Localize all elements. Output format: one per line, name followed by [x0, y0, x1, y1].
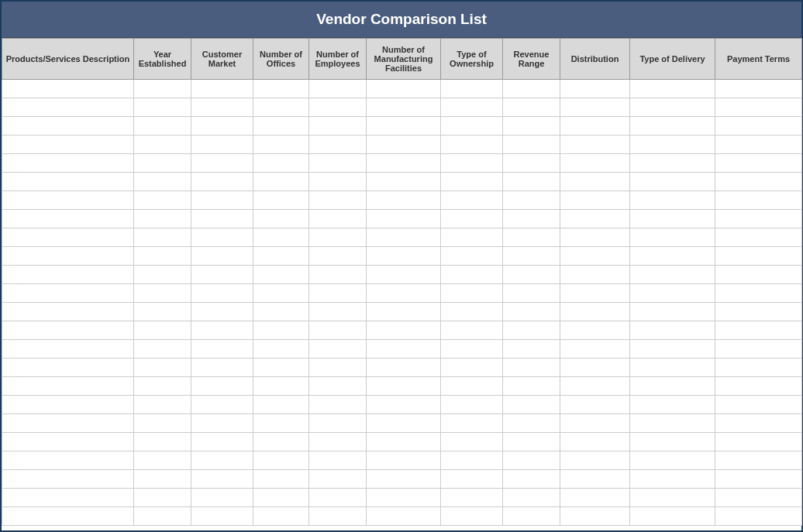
table-cell[interactable] [560, 136, 630, 154]
table-cell[interactable] [253, 470, 309, 489]
table-cell[interactable] [253, 303, 309, 321]
table-cell[interactable] [715, 154, 802, 173]
table-cell[interactable] [441, 489, 503, 507]
table-cell[interactable] [715, 284, 802, 303]
table-cell[interactable] [503, 377, 560, 396]
table-cell[interactable] [715, 136, 802, 154]
table-cell[interactable] [503, 266, 560, 284]
table-cell[interactable] [134, 173, 191, 191]
table-cell[interactable] [630, 451, 715, 470]
table-cell[interactable] [630, 266, 715, 284]
table-cell[interactable] [134, 191, 191, 210]
table-cell[interactable] [441, 117, 503, 136]
table-cell[interactable] [715, 340, 802, 359]
table-cell[interactable] [367, 451, 441, 470]
table-cell[interactable] [715, 321, 802, 340]
table-cell[interactable] [2, 284, 134, 303]
table-cell[interactable] [560, 284, 630, 303]
table-cell[interactable] [715, 377, 802, 396]
table-cell[interactable] [560, 98, 630, 117]
table-cell[interactable] [134, 98, 191, 117]
table-cell[interactable] [503, 284, 560, 303]
table-cell[interactable] [2, 414, 134, 433]
table-cell[interactable] [503, 303, 560, 321]
table-cell[interactable] [2, 117, 134, 136]
table-cell[interactable] [715, 359, 802, 377]
table-cell[interactable] [560, 191, 630, 210]
table-cell[interactable] [441, 80, 503, 98]
table-cell[interactable] [309, 266, 367, 284]
table-cell[interactable] [309, 414, 367, 433]
table-cell[interactable] [309, 507, 367, 526]
table-cell[interactable] [630, 507, 715, 526]
table-cell[interactable] [441, 136, 503, 154]
table-cell[interactable] [309, 98, 367, 117]
table-cell[interactable] [560, 489, 630, 507]
table-cell[interactable] [441, 247, 503, 266]
table-cell[interactable] [309, 191, 367, 210]
table-cell[interactable] [253, 80, 309, 98]
table-cell[interactable] [253, 433, 309, 451]
table-cell[interactable] [253, 451, 309, 470]
table-cell[interactable] [191, 321, 253, 340]
table-cell[interactable] [253, 377, 309, 396]
table-cell[interactable] [441, 359, 503, 377]
table-cell[interactable] [2, 173, 134, 191]
table-cell[interactable] [560, 377, 630, 396]
table-cell[interactable] [503, 470, 560, 489]
table-cell[interactable] [309, 489, 367, 507]
table-cell[interactable] [309, 154, 367, 173]
table-cell[interactable] [253, 414, 309, 433]
table-cell[interactable] [560, 470, 630, 489]
table-cell[interactable] [134, 154, 191, 173]
table-cell[interactable] [503, 340, 560, 359]
table-cell[interactable] [367, 98, 441, 117]
table-cell[interactable] [367, 117, 441, 136]
table-cell[interactable] [630, 98, 715, 117]
table-cell[interactable] [2, 433, 134, 451]
table-cell[interactable] [630, 154, 715, 173]
table-cell[interactable] [253, 321, 309, 340]
table-cell[interactable] [560, 321, 630, 340]
table-cell[interactable] [2, 340, 134, 359]
table-cell[interactable] [191, 173, 253, 191]
table-cell[interactable] [441, 414, 503, 433]
table-cell[interactable] [503, 173, 560, 191]
table-cell[interactable] [253, 173, 309, 191]
table-cell[interactable] [630, 117, 715, 136]
table-cell[interactable] [367, 266, 441, 284]
table-cell[interactable] [134, 80, 191, 98]
table-cell[interactable] [309, 228, 367, 247]
table-cell[interactable] [503, 154, 560, 173]
table-cell[interactable] [191, 451, 253, 470]
table-cell[interactable] [309, 173, 367, 191]
table-cell[interactable] [441, 451, 503, 470]
table-cell[interactable] [367, 377, 441, 396]
table-cell[interactable] [191, 154, 253, 173]
table-cell[interactable] [367, 340, 441, 359]
table-cell[interactable] [367, 321, 441, 340]
table-cell[interactable] [715, 191, 802, 210]
table-cell[interactable] [441, 173, 503, 191]
table-cell[interactable] [134, 451, 191, 470]
table-cell[interactable] [441, 377, 503, 396]
table-cell[interactable] [134, 247, 191, 266]
table-cell[interactable] [191, 470, 253, 489]
table-cell[interactable] [715, 173, 802, 191]
table-cell[interactable] [134, 117, 191, 136]
table-cell[interactable] [441, 284, 503, 303]
table-cell[interactable] [191, 303, 253, 321]
table-cell[interactable] [309, 117, 367, 136]
table-cell[interactable] [503, 414, 560, 433]
table-cell[interactable] [560, 396, 630, 414]
table-cell[interactable] [560, 80, 630, 98]
table-cell[interactable] [134, 228, 191, 247]
table-cell[interactable] [367, 173, 441, 191]
table-cell[interactable] [441, 433, 503, 451]
table-cell[interactable] [367, 247, 441, 266]
table-cell[interactable] [630, 284, 715, 303]
table-cell[interactable] [715, 228, 802, 247]
table-cell[interactable] [630, 433, 715, 451]
table-cell[interactable] [134, 210, 191, 228]
table-cell[interactable] [560, 340, 630, 359]
